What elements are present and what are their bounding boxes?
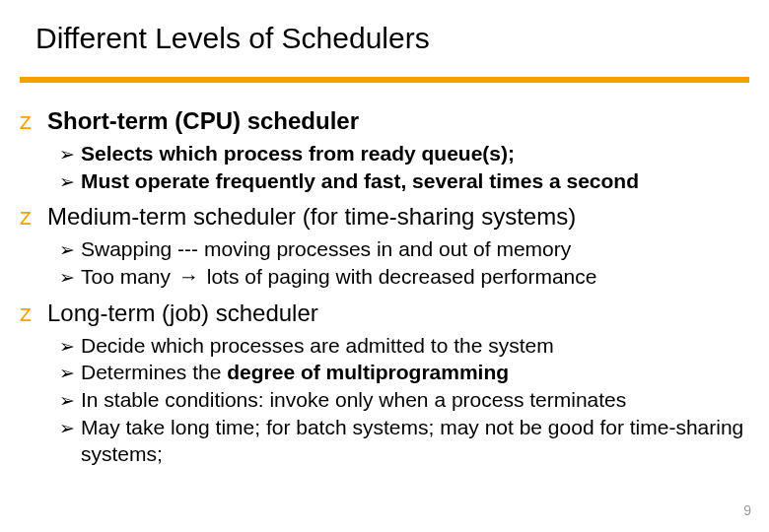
triangle-arrow-icon: ➢	[59, 389, 81, 414]
bullet-text: In stable conditions: invoke only when a…	[81, 386, 749, 413]
bullet-level2: ➢May take long time; for batch systems; …	[59, 414, 749, 468]
triangle-arrow-icon: ➢	[59, 170, 81, 195]
slide: Different Levels of Schedulers zShort-te…	[0, 0, 769, 532]
triangle-arrow-icon: ➢	[59, 417, 81, 441]
bullet-text: Selects which process from ready queue(s…	[81, 140, 749, 166]
bullet-text: May take long time; for batch systems; m…	[81, 414, 749, 468]
triangle-arrow-icon: ➢	[59, 238, 81, 263]
triangle-arrow-icon: ➢	[59, 335, 81, 360]
bullet-level2: ➢Too many → lots of paging with decrease…	[59, 263, 749, 291]
section: zLong-term (job) scheduler➢Decide which …	[20, 299, 749, 468]
title-underline	[20, 77, 749, 83]
z-icon: z	[20, 107, 47, 135]
bullet-level2: ➢Must operate frequently and fast, sever…	[59, 167, 749, 195]
sub-list: ➢Swapping --- moving processes in and ou…	[59, 235, 749, 290]
bullet-level2: ➢Swapping --- moving processes in and ou…	[59, 235, 749, 263]
section: zMedium-term scheduler (for time-sharing…	[20, 202, 749, 290]
section: zShort-term (CPU) scheduler➢Selects whic…	[20, 106, 749, 194]
triangle-arrow-icon: ➢	[59, 143, 81, 167]
sub-list: ➢Selects which process from ready queue(…	[59, 140, 749, 194]
bullet-heading: Short-term (CPU) scheduler	[47, 106, 359, 136]
slide-title: Different Levels of Schedulers	[35, 22, 430, 55]
bullet-text: Must operate frequently and fast, severa…	[81, 167, 749, 194]
bullet-text: Swapping --- moving processes in and out…	[81, 235, 749, 262]
sub-list: ➢Decide which processes are admitted to …	[59, 332, 749, 468]
triangle-arrow-icon: ➢	[59, 362, 81, 386]
bullet-level1: zShort-term (CPU) scheduler	[20, 106, 749, 136]
page-number: 9	[743, 502, 751, 518]
bullet-text: Determines the degree of multiprogrammin…	[81, 359, 749, 385]
z-icon: z	[20, 299, 47, 327]
bullet-level2: ➢Decide which processes are admitted to …	[59, 332, 749, 360]
bullet-level1: zMedium-term scheduler (for time-sharing…	[20, 202, 749, 232]
bullet-text: Too many → lots of paging with decreased…	[81, 263, 749, 290]
bullet-heading: Medium-term scheduler (for time-sharing …	[47, 202, 576, 232]
triangle-arrow-icon: ➢	[59, 266, 81, 291]
slide-content: zShort-term (CPU) scheduler➢Selects whic…	[20, 99, 749, 471]
bullet-level2: ➢In stable conditions: invoke only when …	[59, 386, 749, 414]
bullet-text: Decide which processes are admitted to t…	[81, 332, 749, 359]
z-icon: z	[20, 203, 47, 231]
bullet-level2: ➢Selects which process from ready queue(…	[59, 140, 749, 167]
bullet-level1: zLong-term (job) scheduler	[20, 299, 749, 328]
bullet-heading: Long-term (job) scheduler	[47, 299, 318, 328]
bullet-level2: ➢Determines the degree of multiprogrammi…	[59, 359, 749, 386]
